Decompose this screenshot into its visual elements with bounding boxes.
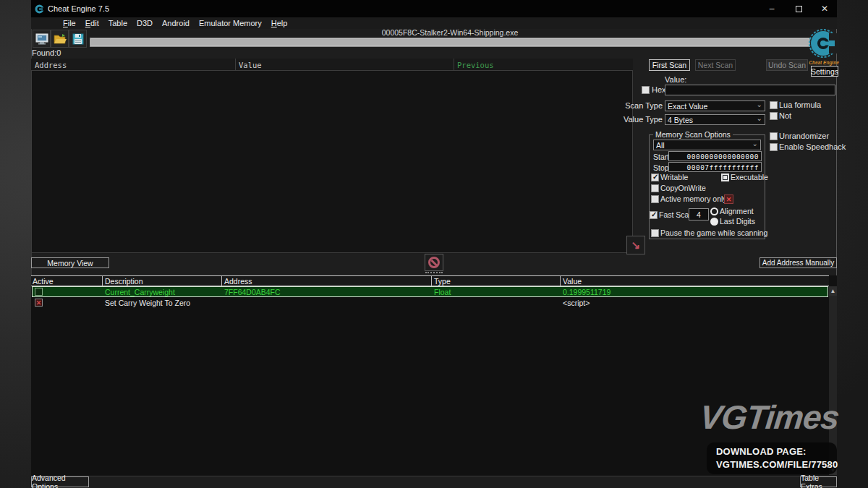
download-line2: VGTIMES.COM/FILE/77580 <box>716 459 838 470</box>
window-title: Cheat Engine 7.5 <box>48 4 109 13</box>
column-divider <box>454 59 454 71</box>
column-divider <box>431 275 432 286</box>
settings-button[interactable]: Settings <box>811 66 838 77</box>
region-value: All <box>656 141 665 150</box>
menu-emulator-memory[interactable]: Emulator Memory <box>199 19 262 27</box>
first-scan-button[interactable]: First Scan <box>649 59 690 71</box>
memory-view-button[interactable]: Memory View <box>31 257 109 268</box>
next-scan-button[interactable]: Next Scan <box>695 59 736 71</box>
menu-edit[interactable]: Edit <box>85 19 99 27</box>
select-process-button[interactable] <box>33 30 51 48</box>
lua-formula-label: Lua formula <box>779 100 821 109</box>
undo-scan-button[interactable]: Undo Scan <box>766 59 808 71</box>
row1-active-checkbox[interactable] <box>35 288 43 296</box>
clear-filter-icon[interactable]: ✕ <box>724 194 733 204</box>
value-type-dropdown[interactable]: 4 Bytes <box>665 114 765 125</box>
floppy-disk-icon <box>72 33 84 45</box>
active-memory-only-label: Active memory only <box>660 194 727 203</box>
pause-game-label: Pause the game while scanning <box>660 228 767 237</box>
writable-checkbox[interactable] <box>651 174 659 181</box>
add-address-manually-button[interactable]: Add Address Manually <box>760 257 837 268</box>
column-divider <box>221 275 222 286</box>
column-description[interactable]: Description <box>105 277 143 286</box>
title-bar <box>31 0 837 17</box>
start-input[interactable]: 0000000000000000 <box>668 151 762 161</box>
copy-to-address-list-button[interactable]: ↘ <box>626 236 645 254</box>
value-label: Value: <box>665 75 686 84</box>
start-label: Start <box>653 153 669 161</box>
last-digits-label: Last Digits <box>720 217 755 226</box>
memory-scan-options-title: Memory Scan Options <box>653 130 733 139</box>
open-table-button[interactable] <box>51 30 69 48</box>
menu-d3d[interactable]: D3D <box>137 19 153 27</box>
close-button[interactable]: ✕ <box>813 0 836 17</box>
value-input[interactable] <box>665 85 835 95</box>
cancel-scan-button[interactable] <box>425 254 443 271</box>
not-checkbox[interactable] <box>770 112 778 120</box>
scan-type-dropdown[interactable]: Exact Value <box>665 100 765 111</box>
menu-help[interactable]: Help <box>271 19 288 27</box>
cheat-engine-logo-icon <box>807 26 841 61</box>
splitter-handle[interactable] <box>425 272 443 273</box>
fast-scan-checkbox[interactable] <box>650 211 658 219</box>
found-text: Found: <box>32 48 56 57</box>
menu-bar: File Edit Table D3D Android Emulator Mem… <box>31 17 837 29</box>
column-address[interactable]: Address <box>35 61 67 69</box>
column-divider <box>235 59 236 71</box>
column-divider <box>102 275 103 286</box>
red-arrow-icon: ↘ <box>631 239 641 252</box>
copyonwrite-checkbox[interactable] <box>651 184 659 192</box>
alignment-radio[interactable] <box>710 207 718 215</box>
minimize-button[interactable]: – <box>760 0 783 17</box>
executable-checkbox[interactable] <box>721 174 729 181</box>
scan-results-header <box>31 59 633 71</box>
scan-progress-bar <box>90 38 810 47</box>
hex-label: Hex <box>652 85 666 94</box>
attached-process-name: 00005F8C-Stalker2-Win64-Shipping.exe <box>90 28 810 37</box>
value-type-value: 4 Bytes <box>668 116 693 124</box>
value-type-label: Value Type <box>617 115 663 124</box>
menu-android[interactable]: Android <box>162 19 190 27</box>
row2-description: Set Carry Weight To Zero <box>105 299 190 307</box>
lua-formula-checkbox[interactable] <box>770 101 778 109</box>
x-icon: ✕ <box>36 299 42 307</box>
unrandomizer-label: Unrandomizer <box>779 132 829 140</box>
row1-type: Float <box>434 288 451 296</box>
active-memory-only-checkbox[interactable] <box>651 195 659 203</box>
hex-checkbox[interactable] <box>642 86 650 94</box>
column-active[interactable]: Active <box>33 277 54 286</box>
logo-caption: Cheat Engine <box>805 60 843 65</box>
advanced-options-button[interactable]: Advanced Options <box>31 476 89 487</box>
save-table-button[interactable] <box>69 30 87 48</box>
row2-active-checkbox[interactable]: ✕ <box>35 299 43 307</box>
writable-label: Writable <box>660 173 688 181</box>
enable-speedhack-checkbox[interactable] <box>770 143 778 151</box>
pause-game-checkbox[interactable] <box>651 229 659 237</box>
executable-label: Executable <box>731 173 768 181</box>
scroll-up-icon[interactable]: ▲ <box>829 286 837 296</box>
address-list-header <box>31 275 829 286</box>
download-line1: DOWNLOAD PAGE: <box>716 446 807 457</box>
column-previous[interactable]: Previous <box>457 61 494 69</box>
column-address2[interactable]: Address <box>224 277 252 286</box>
menu-table[interactable]: Table <box>109 19 127 27</box>
scan-type-label: Scan Type <box>621 101 663 110</box>
column-value2[interactable]: Value <box>563 277 582 286</box>
row1-description: Current_Carryweight <box>105 288 175 296</box>
last-digits-radio[interactable] <box>710 218 718 226</box>
column-value[interactable]: Value <box>239 61 262 69</box>
row2-value: <script> <box>563 299 590 307</box>
table-extras-button[interactable]: Table Extras <box>800 476 837 487</box>
copyonwrite-label: CopyOnWrite <box>660 184 706 192</box>
bottom-bar <box>31 476 837 488</box>
alignment-value-input[interactable]: 4 <box>689 208 709 221</box>
screen: Cheat Engine 7.5 – ✕ File Edit Table D3D… <box>0 0 868 488</box>
scan-results-panel <box>31 59 633 253</box>
column-type[interactable]: Type <box>434 277 451 286</box>
stop-input[interactable]: 00007fffffffffff <box>668 162 762 172</box>
found-label: Found:0 <box>32 48 61 57</box>
maximize-button[interactable] <box>787 0 810 17</box>
menu-file[interactable]: File <box>63 19 76 27</box>
region-dropdown[interactable]: All <box>653 140 761 150</box>
unrandomizer-checkbox[interactable] <box>770 132 778 140</box>
